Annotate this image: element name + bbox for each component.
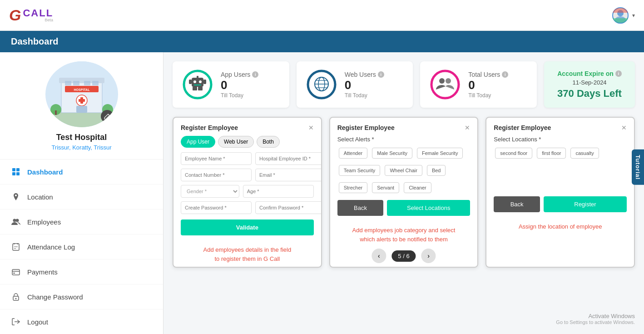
close-icon-3[interactable]: ✕ <box>621 124 627 131</box>
sidebar-item-attendance[interactable]: Attendance Log <box>0 234 163 259</box>
email-input[interactable] <box>255 169 322 181</box>
alert-chip-servant[interactable]: Servant <box>372 182 399 193</box>
total-users-card: Total Users i 0 Till Today <box>420 61 537 108</box>
svg-rect-15 <box>84 81 90 85</box>
svg-point-27 <box>16 219 19 222</box>
web-users-info-icon[interactable]: i <box>378 71 384 78</box>
total-users-value: 0 <box>468 78 508 92</box>
alert-chip-cleaner[interactable]: Cleaner <box>404 182 431 193</box>
select-locations-button[interactable]: Select Locations <box>387 200 470 216</box>
svg-rect-17 <box>76 106 87 113</box>
svg-rect-40 <box>197 76 198 78</box>
prev-page-button[interactable]: ‹ <box>372 249 386 263</box>
logo-g-icon: G <box>9 6 21 24</box>
register-button[interactable]: Register <box>544 196 627 212</box>
svg-point-38 <box>199 80 202 83</box>
reg-title-3: Register Employee <box>494 124 627 131</box>
sidebar-item-employees[interactable]: Employees <box>0 209 163 234</box>
svg-rect-12 <box>79 99 85 102</box>
alert-chip-attender[interactable]: Attender <box>339 148 368 159</box>
loc-chip-second-floor[interactable]: second floor <box>495 148 532 159</box>
alert-chips-row-1: Attender Male Security Female Security <box>337 146 471 160</box>
alert-chip-bed[interactable]: Bed <box>427 165 446 176</box>
tab-both[interactable]: Both <box>257 136 280 148</box>
main-layout: HOSPITAL <box>0 52 644 334</box>
password-input[interactable] <box>181 201 252 214</box>
logout-icon <box>11 317 21 327</box>
tutorial-tab[interactable]: Tutorial <box>632 149 644 185</box>
loc-chip-first-floor[interactable]: first floor <box>537 148 566 159</box>
edit-icon[interactable] <box>101 110 114 123</box>
tab-app-user[interactable]: App User <box>181 136 215 148</box>
next-page-button[interactable]: › <box>421 249 436 263</box>
close-icon-2[interactable]: ✕ <box>465 124 470 131</box>
svg-rect-23 <box>16 168 20 171</box>
svg-rect-41 <box>189 80 192 84</box>
avatar[interactable] <box>612 7 629 24</box>
svg-rect-14 <box>73 81 79 85</box>
svg-rect-44 <box>198 87 203 90</box>
header: G CALL Beta ▾ <box>0 0 644 31</box>
hospital-name: Test Hospital <box>56 133 107 142</box>
app-users-sub: Till Today <box>221 92 258 99</box>
svg-rect-39 <box>194 85 201 85</box>
dashboard-title: Dashboard <box>11 36 58 46</box>
sidebar-item-logout[interactable]: Logout <box>0 309 163 334</box>
alert-select-form: ✕ Register Employee Select Alerts * Atte… <box>330 118 478 222</box>
alert-chip-male-security[interactable]: Male Security <box>372 148 412 159</box>
svg-point-26 <box>13 219 16 222</box>
svg-rect-42 <box>203 80 206 84</box>
contact-input[interactable] <box>181 169 252 181</box>
alert-chip-strecher[interactable]: Strecher <box>339 182 368 193</box>
tutorial-card-2: ✕ Register Employee Select Alerts * Atte… <box>329 117 479 268</box>
alert-chip-wheel-chair[interactable]: Wheel Chair <box>385 165 422 176</box>
back-button-3[interactable]: Back <box>494 196 540 212</box>
sidebar-attendance-label: Attendance Log <box>27 243 75 251</box>
hospital-id-input[interactable] <box>255 152 322 165</box>
expire-info-icon[interactable]: i <box>615 70 622 77</box>
total-users-info-icon[interactable]: i <box>502 71 508 78</box>
alert-footer-btns: Back Select Locations <box>337 200 471 216</box>
sidebar-item-location[interactable]: Location <box>0 184 163 209</box>
alert-chip-team-security[interactable]: Team Security <box>339 165 381 176</box>
confirm-password-input[interactable] <box>255 201 322 214</box>
dashboard-bar: Dashboard <box>0 31 644 52</box>
location-select-form: ✕ Register Employee Select Locations * s… <box>486 118 634 219</box>
svg-point-54 <box>439 78 445 84</box>
reg-title-2: Register Employee <box>337 124 471 131</box>
close-icon-1[interactable]: ✕ <box>308 124 314 131</box>
web-users-value: 0 <box>345 78 384 92</box>
total-users-sub: Till Today <box>468 92 508 99</box>
employee-name-input[interactable] <box>181 152 252 165</box>
select-locations-label: Select Locations * <box>494 136 627 143</box>
gender-select[interactable]: Gender * Male Female <box>181 185 239 198</box>
back-button-2[interactable]: Back <box>337 200 384 216</box>
loc-chip-casualty[interactable]: casualty <box>570 148 599 159</box>
svg-rect-19 <box>55 110 57 115</box>
reg-tabs: App User Web User Both <box>181 136 314 148</box>
svg-point-55 <box>446 78 451 84</box>
svg-point-46 <box>308 71 335 98</box>
validate-button[interactable]: Validate <box>181 219 314 235</box>
dropdown-arrow-icon[interactable]: ▾ <box>632 12 635 19</box>
sidebar-item-payments[interactable]: Payments <box>0 259 163 284</box>
svg-text:HOSPITAL: HOSPITAL <box>74 88 90 91</box>
svg-point-53 <box>431 71 459 98</box>
stats-row: App Users i 0 Till Today <box>173 61 635 108</box>
sidebar-location-label: Location <box>27 193 53 201</box>
sidebar-item-change-password[interactable]: Change Password <box>0 284 163 309</box>
app-users-info-icon[interactable]: i <box>252 71 258 78</box>
age-input[interactable] <box>243 185 314 198</box>
tutorial-card-3: ✕ Register Employee Select Locations * s… <box>485 117 635 268</box>
logo-call-text: CALL <box>23 8 53 18</box>
tab-web-user[interactable]: Web User <box>218 136 254 148</box>
sidebar-item-dashboard[interactable]: Dashboard <box>0 160 163 184</box>
svg-rect-29 <box>12 269 20 275</box>
svg-point-32 <box>15 298 17 299</box>
web-users-label: Web Users i <box>345 71 384 78</box>
total-users-label: Total Users i <box>468 71 508 78</box>
tutorial-section: ✕ Register Employee App User Web User Bo… <box>173 117 635 268</box>
expire-date: 11-Sep-2024 <box>572 79 606 86</box>
app-users-value: 0 <box>221 78 258 92</box>
alert-chip-female-security[interactable]: Female Security <box>417 148 463 159</box>
